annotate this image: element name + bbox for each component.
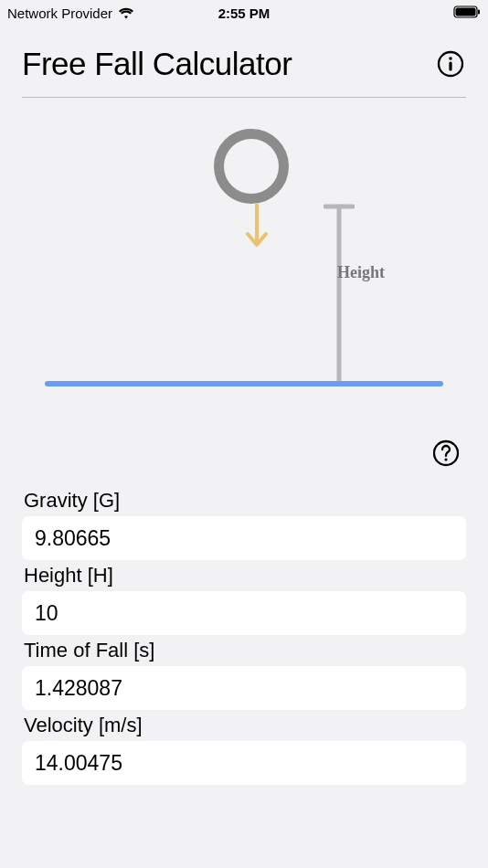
help-button[interactable] <box>431 439 461 468</box>
height-label: Height [H] <box>22 564 466 587</box>
info-button[interactable] <box>435 48 466 79</box>
height-input[interactable] <box>22 591 466 635</box>
status-right <box>453 5 481 21</box>
status-left: Network Provider <box>7 5 134 21</box>
ball-icon <box>214 129 289 204</box>
velocity-field-group: Velocity [m/s] <box>22 714 466 785</box>
app-header: Free Fall Calculator <box>0 26 488 91</box>
velocity-label: Velocity [m/s] <box>22 714 466 737</box>
freefall-diagram: Height <box>22 114 466 397</box>
battery-icon <box>453 5 481 18</box>
time-label: Time of Fall [s] <box>22 639 466 662</box>
height-label: Height <box>337 263 385 282</box>
height-field-group: Height [H] <box>22 564 466 635</box>
svg-point-4 <box>449 57 452 60</box>
svg-rect-2 <box>478 9 480 14</box>
gravity-input[interactable] <box>22 516 466 560</box>
height-marker-icon <box>324 204 355 388</box>
gravity-field-group: Gravity [G] <box>22 489 466 560</box>
network-provider-label: Network Provider <box>7 5 112 21</box>
time-input[interactable] <box>22 666 466 710</box>
gravity-label: Gravity [G] <box>22 489 466 513</box>
velocity-input[interactable] <box>22 741 466 785</box>
down-arrow-icon <box>244 203 270 254</box>
page-title: Free Fall Calculator <box>22 46 292 82</box>
svg-rect-1 <box>456 7 476 16</box>
info-icon <box>437 50 464 78</box>
header-divider <box>22 97 466 98</box>
svg-rect-5 <box>449 62 451 71</box>
svg-point-10 <box>444 458 447 460</box>
status-time: 2:55 PM <box>218 5 271 21</box>
time-field-group: Time of Fall [s] <box>22 639 466 710</box>
ground-line <box>45 381 443 386</box>
input-fields: Gravity [G] Height [H] Time of Fall [s] … <box>0 489 488 785</box>
wifi-icon <box>118 7 134 19</box>
status-bar: Network Provider 2:55 PM <box>0 0 488 26</box>
help-icon <box>432 439 460 467</box>
